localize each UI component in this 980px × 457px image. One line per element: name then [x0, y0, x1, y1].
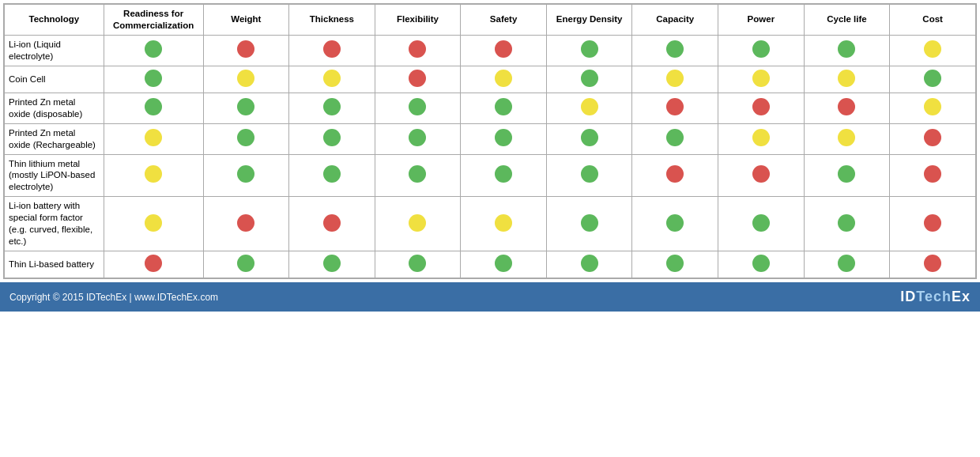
- red-dot: [752, 165, 770, 183]
- rating-cell: [104, 251, 203, 278]
- rating-cell: [718, 154, 805, 197]
- green-dot: [752, 214, 770, 232]
- rating-cell: [375, 154, 461, 197]
- col-header-4: Flexibility: [375, 5, 461, 36]
- col-header-5: Safety: [461, 5, 547, 36]
- rating-cell: [289, 93, 375, 123]
- green-dot: [581, 165, 598, 183]
- rating-cell: [890, 66, 976, 93]
- green-dot: [666, 214, 684, 232]
- rating-cell: [289, 251, 375, 278]
- rating-cell: [104, 154, 203, 197]
- rating-cell: [203, 154, 289, 197]
- yellow-dot: [752, 70, 770, 87]
- table-row: Thin Li-based battery: [5, 251, 976, 278]
- green-dot: [752, 255, 770, 272]
- rating-cell: [203, 197, 289, 251]
- red-dot: [666, 165, 684, 183]
- red-dot: [237, 40, 254, 58]
- green-dot: [666, 40, 684, 58]
- green-dot: [752, 40, 770, 58]
- rating-cell: [461, 93, 547, 123]
- col-header-8: Power: [718, 5, 805, 36]
- yellow-dot: [409, 214, 426, 232]
- green-dot: [495, 129, 512, 146]
- green-dot: [145, 40, 162, 58]
- rating-cell: [461, 123, 547, 154]
- rating-cell: [104, 123, 203, 154]
- rating-cell: [104, 197, 203, 251]
- rating-cell: [804, 35, 890, 66]
- rating-cell: [546, 93, 632, 123]
- rating-cell: [632, 197, 718, 251]
- red-dot: [838, 98, 855, 115]
- rating-cell: [546, 66, 632, 93]
- red-dot: [495, 40, 512, 58]
- green-dot: [409, 255, 426, 272]
- rating-cell: [203, 35, 289, 66]
- col-header-3: Thickness: [289, 5, 375, 36]
- rating-cell: [804, 154, 890, 197]
- green-dot: [237, 255, 254, 272]
- comparison-table: TechnologyReadiness for Commercializatio…: [4, 4, 976, 278]
- green-dot: [237, 129, 254, 146]
- rating-cell: [632, 154, 718, 197]
- rating-cell: [203, 251, 289, 278]
- green-dot: [581, 129, 598, 146]
- rating-cell: [804, 251, 890, 278]
- rating-cell: [461, 251, 547, 278]
- rating-cell: [289, 154, 375, 197]
- yellow-dot: [495, 70, 512, 87]
- yellow-dot: [145, 129, 162, 146]
- green-dot: [323, 165, 341, 183]
- table-row: Printed Zn metal oxide (Rechargeable): [5, 123, 976, 154]
- rating-cell: [632, 251, 718, 278]
- red-dot: [924, 129, 941, 146]
- red-dot: [409, 70, 426, 87]
- red-dot: [924, 165, 941, 183]
- green-dot: [666, 255, 684, 272]
- rating-cell: [104, 93, 203, 123]
- green-dot: [838, 40, 855, 58]
- rating-cell: [203, 93, 289, 123]
- green-dot: [495, 98, 512, 115]
- rating-cell: [461, 35, 547, 66]
- green-dot: [581, 214, 598, 232]
- rating-cell: [375, 93, 461, 123]
- col-header-10: Cost: [890, 5, 976, 36]
- green-dot: [495, 165, 512, 183]
- rating-cell: [632, 35, 718, 66]
- green-dot: [409, 165, 426, 183]
- col-header-9: Cycle life: [804, 5, 890, 36]
- footer-copyright: Copyright © 2015 IDTechEx | www.IDTechEx…: [9, 292, 218, 303]
- red-dot: [924, 214, 941, 232]
- col-header-1: Readiness for Commercialization: [104, 5, 203, 36]
- yellow-dot: [838, 129, 855, 146]
- tech-name-cell: Printed Zn metal oxide (Rechargeable): [5, 123, 104, 154]
- rating-cell: [718, 66, 805, 93]
- red-dot: [323, 40, 341, 58]
- rating-cell: [718, 197, 805, 251]
- footer-brand: IDTechEx: [900, 289, 971, 305]
- rating-cell: [461, 197, 547, 251]
- red-dot: [323, 214, 341, 232]
- green-dot: [323, 129, 341, 146]
- yellow-dot: [237, 70, 254, 87]
- green-dot: [145, 98, 162, 115]
- col-header-7: Capacity: [632, 5, 718, 36]
- rating-cell: [203, 66, 289, 93]
- rating-cell: [890, 251, 976, 278]
- yellow-dot: [924, 40, 941, 58]
- rating-cell: [289, 123, 375, 154]
- rating-cell: [804, 66, 890, 93]
- rating-cell: [718, 251, 805, 278]
- rating-cell: [546, 251, 632, 278]
- green-dot: [323, 98, 341, 115]
- yellow-dot: [838, 70, 855, 87]
- rating-cell: [375, 197, 461, 251]
- rating-cell: [461, 66, 547, 93]
- rating-cell: [890, 93, 976, 123]
- green-dot: [237, 98, 254, 115]
- green-dot: [581, 255, 598, 272]
- rating-cell: [890, 154, 976, 197]
